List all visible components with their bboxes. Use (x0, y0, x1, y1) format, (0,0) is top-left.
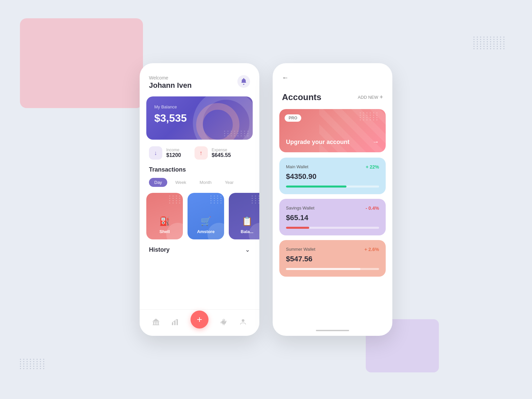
user-info: Welcome Johann Iven (149, 75, 192, 90)
main-wallet-progress-fill (286, 186, 346, 188)
notification-bell-button[interactable] (237, 75, 250, 88)
balance-label: My Balance (154, 104, 245, 109)
shell-icon: ⛽ (159, 216, 170, 226)
dot-grid-top-right (473, 37, 505, 49)
svg-point-10 (224, 321, 225, 322)
svg-rect-0 (153, 322, 159, 322)
summer-wallet-percent: + 2.6% (364, 247, 379, 252)
pro-upgrade-card[interactable]: PRO Upgrade your account → (279, 109, 386, 152)
expense-label: Expense (212, 148, 231, 152)
history-title: History (149, 246, 170, 253)
nav-piggy-icon[interactable] (220, 318, 228, 328)
main-wallet-card[interactable]: Main Wallet + 22% $4350.90 (279, 158, 386, 194)
savings-wallet-percent: - 0.4% (366, 205, 379, 211)
income-expense-row: ↓ Income $1200 ↑ Expense $645.55 (140, 140, 259, 166)
fab-add-button[interactable]: + (191, 311, 208, 329)
savings-wallet-amount: $65.14 (286, 213, 379, 222)
nav-person-icon[interactable] (239, 318, 247, 328)
tx-card-balance[interactable]: 📋 Bala... (229, 193, 259, 239)
left-phone: Welcome Johann Iven My Balance $3,535 (140, 63, 259, 336)
balance-card: My Balance $3,535 (146, 96, 253, 140)
svg-rect-4 (153, 325, 159, 325)
expense-item: ↑ Expense $645.55 (195, 146, 231, 160)
svg-marker-5 (153, 319, 159, 321)
expense-icon: ↑ (195, 146, 208, 160)
tx-card-amstore[interactable]: 🛒 Amstore (188, 193, 224, 239)
summer-wallet-progress-bg (286, 268, 379, 270)
tab-day[interactable]: Day (149, 178, 167, 187)
svg-point-13 (242, 319, 244, 322)
svg-rect-3 (158, 322, 159, 325)
svg-rect-12 (224, 324, 225, 325)
bottom-nav: + (140, 309, 259, 336)
main-wallet-amount: $4350.90 (286, 172, 379, 181)
svg-rect-2 (156, 322, 157, 325)
transaction-tabs: Day Week Month Year (140, 178, 259, 187)
savings-wallet-card[interactable]: Savings Wallet - 0.4% $65.14 (279, 199, 386, 235)
income-item: ↓ Income $1200 (149, 146, 181, 160)
savings-wallet-progress-fill (286, 227, 309, 229)
pro-badge: PRO (285, 114, 301, 122)
nav-bank-icon[interactable] (152, 318, 160, 328)
back-button[interactable]: ← (282, 74, 383, 81)
expense-info: Expense $645.55 (212, 148, 231, 158)
welcome-label: Welcome (149, 75, 192, 80)
savings-wallet-name: Savings Wallet (286, 205, 315, 210)
bg-decoration-pink (20, 18, 143, 108)
tab-month[interactable]: Month (194, 178, 217, 187)
main-wallet-percent: + 22% (366, 164, 379, 170)
income-info: Income $1200 (166, 148, 181, 158)
tab-week[interactable]: Week (170, 178, 192, 187)
history-chevron-icon[interactable]: ⌄ (245, 246, 250, 253)
expense-value: $645.55 (212, 152, 231, 158)
amstore-icon: 🛒 (200, 216, 211, 226)
income-icon: ↓ (149, 146, 162, 160)
income-label: Income (166, 148, 181, 152)
summer-wallet-progress-fill (286, 268, 360, 270)
add-new-plus-icon: + (379, 94, 383, 101)
pro-dots (360, 112, 382, 120)
summer-wallet-amount: $547.56 (286, 255, 379, 263)
pro-arrow-icon: → (372, 138, 379, 146)
history-header: History ⌄ (140, 239, 259, 257)
svg-rect-6 (172, 323, 173, 325)
accounts-title: Accounts (282, 92, 321, 102)
balance-amount: $3,535 (154, 112, 245, 124)
add-new-button[interactable]: ADD NEW + (358, 94, 383, 101)
phone-home-indicator (316, 330, 349, 331)
phone-header: Welcome Johann Iven (140, 63, 259, 96)
right-phone: ← Accounts ADD NEW + PRO Upgrade your ac… (273, 63, 392, 336)
nav-chart-icon[interactable] (171, 318, 179, 328)
accounts-header: Accounts ADD NEW + (273, 81, 392, 109)
tab-year[interactable]: Year (219, 178, 239, 187)
svg-rect-11 (223, 324, 223, 325)
savings-wallet-progress-bg (286, 227, 379, 229)
user-name: Johann Iven (149, 81, 192, 90)
svg-point-9 (221, 320, 226, 324)
balance-card-icon: 📋 (242, 216, 252, 226)
svg-rect-7 (174, 321, 176, 325)
svg-rect-8 (177, 319, 178, 325)
balance-dots (224, 131, 249, 136)
add-new-label: ADD NEW (358, 95, 378, 100)
main-wallet-name: Main Wallet (286, 164, 308, 169)
transactions-title: Transactions (140, 166, 259, 173)
income-value: $1200 (166, 152, 181, 158)
dot-grid-bottom-left (20, 359, 45, 369)
transaction-cards: ⛽ Shell 🛒 Amstore 📋 Bala... (140, 193, 259, 239)
summer-wallet-name: Summer Wallet (286, 247, 315, 252)
tx-card-shell[interactable]: ⛽ Shell (146, 193, 183, 239)
svg-rect-1 (153, 322, 154, 325)
main-wallet-progress-bg (286, 186, 379, 188)
summer-wallet-card[interactable]: Summer Wallet + 2.6% $547.56 (279, 240, 386, 277)
